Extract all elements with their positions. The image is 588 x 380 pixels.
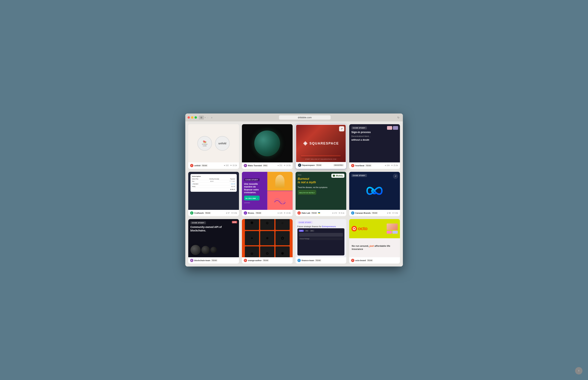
card-orange-pattern[interactable]: ✺ ⊕ ☼ ✦ ❋ ✿ ⊗ ❂ ✺ O orange-author bbox=[242, 219, 293, 263]
stats-mako: ♥ 231 👁 14.5k bbox=[278, 164, 291, 167]
thumb-heartbeat: CASE STUDY Sign-in process Decentralized… bbox=[349, 124, 400, 162]
heartbeat-subtitle2: without a doubt bbox=[351, 138, 398, 141]
card-finance[interactable]: CASE STUDY Future strategic finance for … bbox=[296, 219, 346, 263]
orb-3 bbox=[210, 247, 217, 253]
finance-ui-mock: 10% 7M 40+ Choose Package bbox=[297, 228, 344, 255]
coin-right: unfold bbox=[215, 136, 230, 151]
avatar-blockchain: B bbox=[190, 259, 194, 262]
views-heartbeat: 👁 25.8k bbox=[391, 164, 398, 167]
halo-subtitle: Treat the disease, not the symptoms bbox=[298, 186, 344, 189]
finance-title: Future strategic finance for Entrepreneu… bbox=[297, 225, 344, 228]
avatar-halolab: H bbox=[297, 211, 301, 215]
browser-chrome: ⊞ ▾ ‹ › ↻ bbox=[185, 114, 403, 121]
team-badge-squarespace: TEAM bbox=[316, 164, 322, 166]
pro-badge-mako: PRO bbox=[263, 164, 268, 167]
refresh-button[interactable]: ↻ bbox=[396, 116, 401, 119]
url-input[interactable] bbox=[279, 115, 331, 120]
pattern-cell-3: ☼ bbox=[275, 219, 290, 230]
heartbeat-subtitle: Decentralized Ident... bbox=[351, 135, 398, 137]
stats-heartbeat: ♥ 184 👁 25.8k bbox=[385, 164, 398, 167]
external-link-button[interactable]: ↗ bbox=[339, 126, 344, 132]
forward-button[interactable]: › bbox=[210, 115, 213, 120]
author-bruno: Bruno. bbox=[248, 212, 254, 214]
card-octo[interactable]: octo No run around, just affordable life… bbox=[349, 219, 400, 263]
card-footer-squarespace: S Squarespace TEAM BOOSTED bbox=[296, 162, 346, 168]
address-bar bbox=[215, 115, 394, 120]
card-carazan[interactable]: CASE STUDY ↗ bbox=[349, 172, 400, 216]
pattern-cell-7: ⊗ bbox=[245, 246, 259, 257]
sidebar-toggle-button[interactable]: ⊞ bbox=[199, 115, 204, 120]
share-button-carazan[interactable]: ↗ bbox=[393, 174, 398, 179]
author-orange: orange-author bbox=[248, 259, 262, 262]
avatar-orange: O bbox=[244, 259, 247, 262]
back-button[interactable]: ‹ bbox=[206, 115, 210, 120]
card-halolab[interactable]: 2022 Burnoutis not a myth Mutely Treat t… bbox=[296, 172, 346, 216]
stats-craftwork: ♥ 97 👁 8.9k bbox=[226, 212, 237, 214]
octo-brand-name: octo bbox=[358, 226, 368, 231]
ukraine-flag: 🇺🇦 bbox=[318, 212, 320, 214]
pattern-cell-1: ✺ bbox=[245, 219, 259, 230]
traffic-lights bbox=[188, 116, 197, 119]
team-badge-finance: TEAM bbox=[315, 259, 321, 262]
stats-halolab: ♥ 172 👁 8.1k bbox=[332, 212, 344, 214]
thumb-finance: CASE STUDY Future strategic finance for … bbox=[296, 219, 346, 257]
card-unfold[interactable]: 🍉 STUDIO COIN unfold U unfold bbox=[188, 124, 239, 169]
bruno-cta: De 10k à 5M€ → bbox=[244, 196, 260, 200]
bruno-left-panel: CASE STUDY Une nouvelle manière de finan… bbox=[242, 172, 267, 210]
card-footer-orange: O orange-author TEAM bbox=[242, 257, 293, 264]
card-mako[interactable]: M Mako Tsereteli PRO ♥ 231 👁 14.5k bbox=[242, 124, 293, 169]
octo-image-1 bbox=[387, 224, 398, 230]
author-carazan: Carazan Brands bbox=[355, 212, 371, 214]
card-footer-blockchain: B blockchain-team TEAM bbox=[188, 257, 239, 264]
likes-mako: ♥ 231 bbox=[278, 164, 282, 167]
case-study-badge-bruno: CASE STUDY bbox=[244, 178, 260, 181]
bruno-person-panel bbox=[267, 172, 293, 191]
card-craftwork[interactable]: Subscription Select Plan Monthly Annuall… bbox=[188, 172, 239, 216]
orb-group bbox=[191, 241, 237, 255]
card-footer-halolab: H Halo Lab TEAM 🇺🇦 ♥ 172 👁 8.1k bbox=[296, 210, 346, 216]
views-halolab: 👁 8.1k bbox=[339, 212, 344, 214]
heartbeat-ui-element2 bbox=[393, 126, 398, 130]
thumb-mako bbox=[242, 124, 293, 162]
squarespace-logo: SQUARESPACE bbox=[303, 141, 339, 146]
avatar-mako: M bbox=[244, 164, 247, 167]
browser-content: 🍉 STUDIO COIN unfold U unfold bbox=[185, 121, 403, 266]
maximize-button[interactable] bbox=[195, 116, 197, 119]
minimize-button[interactable] bbox=[191, 116, 194, 119]
stats-unfold: ♥ 102 👁 10.2k bbox=[224, 164, 237, 167]
scroll-to-top-button[interactable]: ↑ bbox=[575, 367, 583, 375]
close-button[interactable] bbox=[188, 116, 190, 119]
stats-bruno: ♥ 128 👁 13.6k bbox=[278, 212, 291, 214]
author-craftwork: Craftwork bbox=[194, 212, 204, 214]
bruno-person bbox=[275, 175, 285, 188]
card-footer-octo: O octo-brand TEAM bbox=[349, 257, 400, 264]
infinity-knot-icon bbox=[365, 183, 384, 198]
mutely-icon bbox=[333, 175, 335, 177]
likes-heartbeat: ♥ 184 bbox=[385, 164, 390, 167]
card-footer-unfold: U unfold TEAM ♥ 102 👁 10.2k bbox=[188, 162, 239, 169]
avatar-squarespace: S bbox=[298, 164, 301, 167]
browser-controls: ⊞ ▾ ‹ › bbox=[199, 115, 214, 120]
finance-package: Choose Package bbox=[299, 237, 343, 240]
author-squarespace: Squarespace bbox=[302, 164, 315, 166]
views-unfold: 👁 10.2k bbox=[230, 164, 237, 167]
team-badge-heartbeat: TEAM bbox=[365, 164, 372, 167]
card-blockchain[interactable]: CASE STUDY Community-owned API of blockc… bbox=[188, 219, 239, 263]
card-squarespace[interactable]: ↗ SQUARESPACE S Squarespace TEAM bbox=[296, 124, 346, 169]
avatar-heartbeat: H bbox=[351, 164, 354, 167]
card-footer-finance: F finance-team TEAM bbox=[296, 257, 346, 264]
boosted-badge: BOOSTED bbox=[333, 164, 344, 166]
coin-left: 🍉 STUDIO COIN bbox=[197, 136, 212, 151]
live-badge: LIVE bbox=[232, 221, 237, 223]
stats-carazan: ♥ 98 👁 9.9k bbox=[387, 212, 398, 214]
views-craftwork: 👁 8.9k bbox=[231, 212, 237, 214]
card-heartbeat[interactable]: CASE STUDY Sign-in process Decentralized… bbox=[349, 124, 400, 169]
heartbeat-ui-element1 bbox=[387, 126, 392, 130]
team-badge-blockchain: TEAM bbox=[211, 259, 217, 262]
views-mako: 👁 14.5k bbox=[284, 164, 291, 167]
likes-halolab: ♥ 172 bbox=[332, 212, 337, 214]
wave-pattern-icon bbox=[274, 197, 285, 204]
bruno-brand: unlimited bbox=[244, 202, 265, 204]
card-bruno[interactable]: CASE STUDY Une nouvelle manière de finan… bbox=[242, 172, 293, 216]
pattern-cell-5: ❋ bbox=[260, 231, 274, 245]
